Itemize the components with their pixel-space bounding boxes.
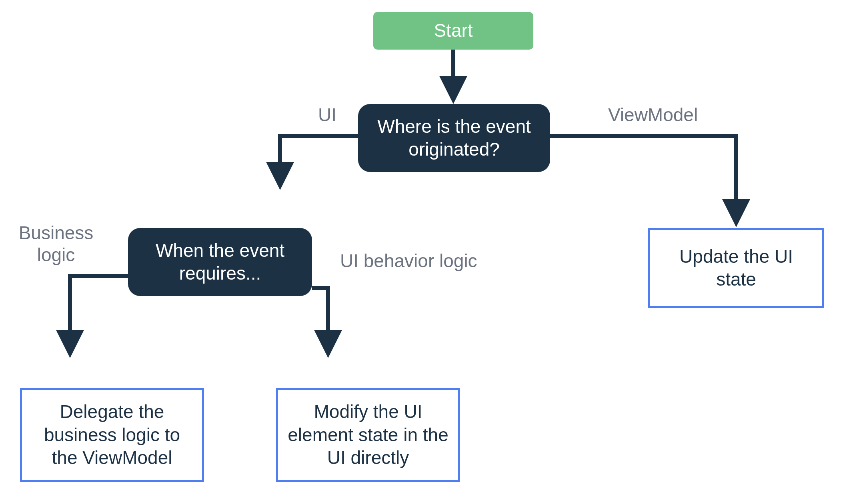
edge-label-business-logic: Business logic <box>12 222 100 266</box>
edge-label-ui: UI <box>318 104 336 126</box>
edge-label-viewmodel: ViewModel <box>608 104 698 126</box>
terminal-update-ui-state: Update the UI state <box>648 228 824 308</box>
terminal-modify-ui-state: Modify the UI element state in the UI di… <box>276 388 460 482</box>
edge-label-business-logic-text: Business logic <box>12 222 100 266</box>
edge-label-ui-behavior-logic: UI behavior logic <box>340 250 477 272</box>
start-node: Start <box>373 12 533 50</box>
decision-event-requires: When the event requires... <box>128 228 312 296</box>
arrow-decision1-ui-branch <box>280 136 358 182</box>
decision-event-origin: Where is the event originated? <box>358 104 550 172</box>
arrow-decision2-business-logic-branch <box>70 276 128 350</box>
flowchart-canvas: Start Where is the event originated? Whe… <box>0 0 851 504</box>
terminal-delegate-business-logic: Delegate the business logic to the ViewM… <box>20 388 204 482</box>
arrow-decision1-viewmodel-branch <box>550 136 736 219</box>
arrow-decision2-ui-behavior-branch <box>312 288 328 350</box>
